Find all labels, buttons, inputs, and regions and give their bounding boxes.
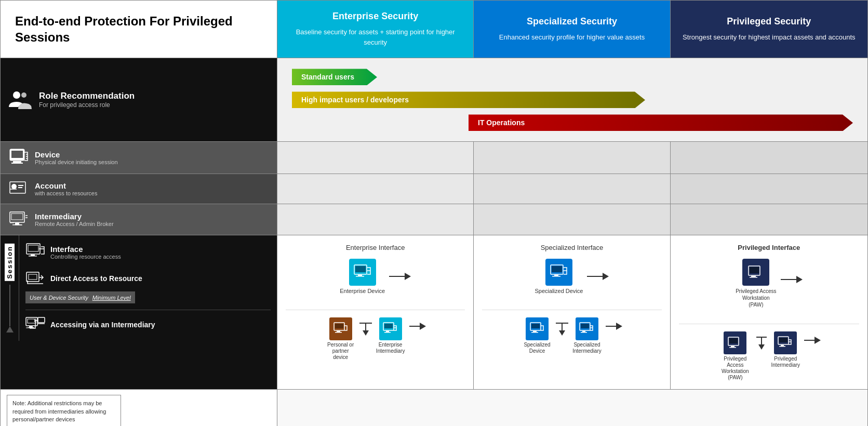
svg-point-1	[21, 92, 26, 98]
priv-flow-arrows	[756, 337, 767, 350]
role-title: Role Recommendation	[39, 91, 135, 101]
svg-rect-15	[28, 245, 38, 251]
personal-device-icon	[329, 317, 352, 340]
privileged-desc: Strongest security for highest impact as…	[683, 33, 855, 41]
enterprise-flow-arrows	[359, 323, 372, 336]
intermediary-subtitle: Remote Access / Admin Broker	[35, 221, 114, 227]
svg-rect-44	[531, 332, 538, 333]
priv-intermediary-icon	[774, 331, 797, 354]
accessing-title: Accessing via an Intermediary	[50, 321, 155, 329]
svg-rect-38	[552, 266, 562, 272]
specialized-desc: Enhanced security profile for higher val…	[499, 33, 645, 41]
svg-rect-42	[531, 324, 540, 328]
svg-rect-46	[581, 324, 589, 328]
device-title: Device	[35, 150, 118, 159]
paw-label: Privileged Access Workstation (PAW)	[735, 288, 777, 308]
direct-access-icon	[25, 270, 45, 286]
privileged-header: Privileged Security Strongest security f…	[670, 1, 867, 58]
priv-right-arrow	[804, 337, 821, 344]
svg-rect-36	[384, 332, 391, 333]
svg-rect-17	[29, 256, 37, 257]
high-impact-label: High impact users / developers	[301, 96, 409, 104]
spec-flow-arrows	[556, 323, 568, 336]
enterprise-device-label: Enterprise Device	[340, 288, 385, 294]
account-privileged-cell	[670, 174, 867, 204]
role-left: Role Recommendation For privileged acces…	[1, 58, 277, 142]
svg-rect-24	[38, 317, 45, 323]
specialized-header: Specialized Security Enhanced security p…	[474, 1, 670, 58]
svg-rect-32	[335, 332, 342, 333]
main-diagram-table: End-to-end Protection For Privileged Ses…	[0, 0, 868, 426]
personal-device-group: Personal or partner device	[325, 317, 356, 361]
spec-intermediary-label: Specialized Intermediary	[571, 342, 603, 354]
svg-rect-51	[751, 276, 756, 277]
svg-rect-55	[731, 346, 735, 347]
session-label: Session	[5, 244, 15, 281]
priv-paw-icon	[724, 331, 746, 354]
privileged-interface-cell: Privileged Interface	[670, 235, 867, 390]
intermediary-icon	[9, 210, 29, 229]
svg-point-0	[13, 91, 20, 99]
specialized-device-icon	[545, 259, 572, 286]
note-cell: Note: Additional restrictions may be req…	[1, 390, 277, 426]
svg-rect-56	[729, 347, 736, 348]
priv-paw-label: Privileged Access Workstation (PAW)	[717, 356, 753, 381]
svg-rect-22	[29, 326, 33, 327]
priv-intermediary-label: Privileged Intermediary	[770, 356, 801, 368]
device-enterprise-cell	[277, 142, 474, 174]
device-icon	[9, 148, 29, 167]
spec-intermediary-group: Specialized Intermediary	[571, 317, 603, 354]
specialized-device-label: Specialized Device	[535, 288, 583, 294]
specialized-title: Specialized Security	[482, 16, 661, 27]
svg-rect-39	[554, 275, 558, 276]
enterprise-interface-label: Enterprise Interface	[286, 244, 465, 251]
svg-rect-11	[11, 214, 23, 220]
svg-rect-58	[779, 338, 787, 342]
intermediary-title: Intermediary	[35, 212, 114, 221]
svg-rect-48	[581, 332, 587, 333]
svg-rect-3	[11, 151, 23, 158]
enterprise-right-arrow	[409, 323, 426, 330]
interface-left: Session	[1, 235, 277, 390]
intermediary-left: Intermediary Remote Access / Admin Broke…	[1, 204, 277, 235]
interface-title-label: Interface	[50, 245, 121, 254]
paw-icon	[742, 259, 769, 286]
svg-rect-34	[384, 324, 393, 328]
direct-access-title: Direct Access to Resource	[50, 274, 142, 283]
svg-rect-50	[750, 267, 759, 273]
svg-rect-9	[18, 187, 22, 188]
specialized-interface-label: Specialized Interface	[482, 244, 661, 251]
intermediary-specialized-cell	[474, 204, 670, 235]
spec-intermediary-icon	[576, 317, 598, 340]
svg-rect-4	[13, 161, 21, 163]
min-level-prefix: User & Device Security	[30, 295, 88, 301]
interface-icon	[25, 243, 45, 262]
session-arrow-col: Session	[1, 235, 19, 341]
svg-rect-19	[29, 274, 37, 279]
svg-rect-35	[386, 331, 389, 332]
enterprise-intermediary-label: Enterprise Intermediary	[375, 342, 406, 354]
svg-rect-7	[11, 184, 17, 189]
it-ops-label: IT Operations	[478, 118, 525, 127]
header-left: End-to-end Protection For Privileged Ses…	[1, 1, 277, 58]
accessing-icon	[25, 315, 45, 334]
svg-rect-26	[355, 266, 366, 272]
personal-device-label: Personal or partner device	[325, 342, 356, 361]
svg-rect-40	[552, 276, 560, 277]
svg-rect-47	[582, 331, 585, 332]
device-subtitle: Physical device initiating session	[35, 159, 118, 165]
session-line	[9, 285, 10, 326]
intermediary-privileged-cell	[670, 204, 867, 235]
spec-device-group: Specialized Device	[522, 317, 553, 354]
interface-subtitle-label: Controlling resource access	[50, 254, 121, 260]
spec-device-label: Specialized Device	[522, 342, 553, 354]
note-text: Note: Additional restrictions may be req…	[12, 400, 106, 422]
svg-rect-52	[750, 277, 757, 278]
specialized-interface-cell: Specialized Interface	[474, 235, 670, 390]
account-specialized-cell	[474, 174, 670, 204]
enterprise-title: Enterprise Security	[286, 11, 465, 22]
priv-arrow	[781, 276, 803, 283]
note-colspan-cell	[277, 390, 868, 426]
svg-rect-60	[779, 346, 785, 347]
enterprise-desc: Baseline security for assets + starting …	[296, 28, 455, 46]
